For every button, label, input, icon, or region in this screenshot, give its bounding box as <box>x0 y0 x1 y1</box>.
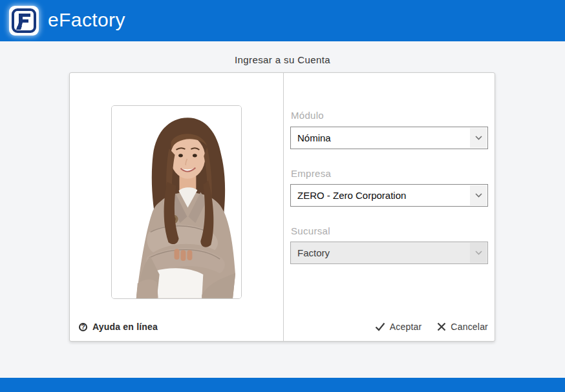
footer-bar <box>0 378 565 392</box>
sucursal-select-value: Factory <box>297 242 467 263</box>
field-label-sucursal: Sucursal <box>291 225 330 236</box>
field-label-modulo: Módulo <box>291 110 324 121</box>
efactory-f-logo-icon <box>8 5 39 36</box>
login-form: Módulo Nómina Empresa ZERO - Zero Corpor… <box>290 73 489 341</box>
cancelar-label: Cancelar <box>451 322 488 332</box>
page-heading: Ingresar a su Cuenta <box>0 54 565 65</box>
modulo-select[interactable]: Nómina <box>290 127 488 149</box>
login-card: ? Ayuda en línea Módulo Nómina Empresa Z… <box>69 72 495 342</box>
app-header: eFactory <box>0 0 565 41</box>
woman-portrait-photo <box>112 106 241 298</box>
modulo-select-value: Nómina <box>297 127 467 149</box>
chevron-down-icon <box>470 128 487 148</box>
aceptar-label: Aceptar <box>390 322 422 332</box>
empresa-select-value: ZERO - Zero Corporation <box>297 185 467 206</box>
sucursal-select-disabled: Factory <box>290 242 488 264</box>
cancelar-button[interactable]: Cancelar <box>437 322 488 332</box>
empresa-select[interactable]: ZERO - Zero Corporation <box>290 184 488 207</box>
help-label: Ayuda en línea <box>92 322 158 332</box>
field-label-empresa: Empresa <box>291 168 331 179</box>
chevron-down-icon <box>470 185 487 205</box>
app-title: eFactory <box>48 9 125 31</box>
question-mark-icon: ? <box>79 323 87 331</box>
help-link[interactable]: ? Ayuda en línea <box>79 320 158 333</box>
check-icon <box>375 322 385 331</box>
action-row: Aceptar Cancelar <box>290 319 488 335</box>
chevron-down-icon <box>470 243 487 263</box>
x-icon <box>437 322 446 331</box>
aceptar-button[interactable]: Aceptar <box>375 322 422 332</box>
photo-frame <box>111 105 242 299</box>
card-divider <box>283 73 284 341</box>
